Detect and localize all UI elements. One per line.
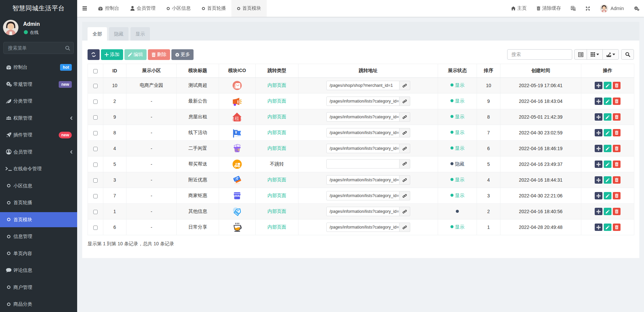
svg-text:A: A	[574, 8, 576, 10]
svg-text:二手: 二手	[234, 148, 240, 152]
svg-text:¥: ¥	[235, 130, 237, 135]
svg-text:租: 租	[234, 116, 239, 121]
